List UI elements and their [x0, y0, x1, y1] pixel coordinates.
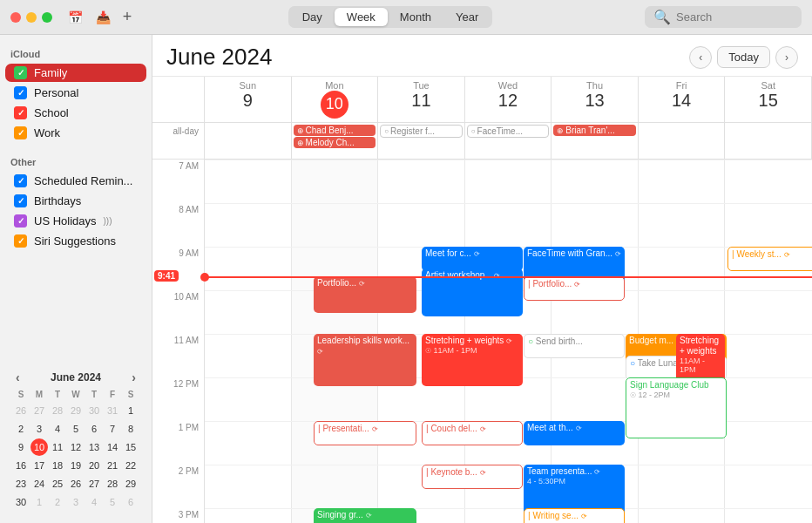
allday-event[interactable]: ⊕ Chad Benj... [294, 125, 376, 136]
mini-cal-day[interactable]: 11 [49, 438, 66, 456]
mini-cal-day[interactable]: 4 [85, 493, 103, 511]
event-sendbday-wed[interactable]: ○ Send birth... [524, 334, 625, 358]
add-event-button[interactable]: + [118, 9, 136, 26]
allday-event[interactable]: ○ Register f... [380, 125, 463, 138]
mini-cal-day[interactable]: 5 [67, 420, 85, 438]
event-meet-tue[interactable]: Meet for c... ⟳ [422, 247, 523, 271]
time-label-7am: 7 AM [152, 160, 205, 203]
main-layout: iCloud ✓ Family ✓ Personal ✓ School ✓ Wo… [0, 35, 812, 523]
time-grid-scroll[interactable]: 7 AM 8 AM 9 AM 10 AM 11 AM 12 PM 1 PM 2 … [152, 160, 812, 523]
event-keynote-tue[interactable]: | Keynote b... ⟳ [422, 465, 523, 489]
mini-cal-day[interactable]: 26 [12, 402, 30, 419]
week-day-fri[interactable]: Fri 14 [639, 77, 726, 122]
mini-cal-day[interactable]: 3 [30, 420, 48, 438]
close-button[interactable] [10, 12, 21, 23]
event-meetat-wed[interactable]: Meet at th... ⟳ [524, 421, 625, 445]
mini-cal-day[interactable]: 20 [85, 457, 103, 474]
week-day-thu[interactable]: Thu 13 [551, 77, 639, 122]
prev-week-button[interactable]: ‹ [689, 46, 712, 69]
event-presentation-mon[interactable]: | Presentati... ⟳ [314, 421, 416, 445]
mini-cal-header: ‹ June 2024 › [12, 370, 139, 384]
check-icon: ✓ [17, 176, 24, 186]
event-sign-thu[interactable]: Sign Language Club ☉ 12 - 2PM [626, 377, 727, 438]
mini-cal-day[interactable]: 19 [67, 457, 85, 474]
tab-week[interactable]: Week [335, 8, 388, 26]
mini-cal-day[interactable]: 2 [12, 420, 30, 438]
mini-cal-day[interactable]: 17 [30, 457, 48, 474]
mini-cal-day[interactable]: 13 [85, 438, 103, 456]
titlebar: 📅 📥 + Day Week Month Year 🔍 [0, 0, 812, 35]
minimize-button[interactable] [26, 12, 37, 23]
tab-year[interactable]: Year [443, 8, 491, 26]
mini-cal-day[interactable]: 3 [67, 493, 85, 511]
calendar-icon[interactable]: 📅 [66, 9, 84, 26]
mini-cal-day[interactable]: 12 [67, 438, 85, 456]
sidebar-item-siri[interactable]: ✓ Siri Suggestions [5, 232, 146, 250]
week-day-sun[interactable]: Sun 9 [205, 77, 292, 122]
mini-cal-day[interactable]: 28 [104, 475, 121, 492]
mini-cal-day[interactable]: 26 [67, 475, 85, 492]
mini-cal-day[interactable]: 14 [104, 438, 121, 456]
mini-cal-day[interactable]: 5 [104, 493, 121, 511]
mini-cal-day[interactable]: 24 [30, 475, 48, 492]
mini-cal-day[interactable]: 15 [122, 438, 139, 456]
mini-cal-day[interactable]: 7 [104, 420, 121, 438]
sidebar-item-reminders[interactable]: ✓ Scheduled Remin... [5, 172, 146, 190]
mini-cal-day[interactable]: 1 [122, 402, 139, 419]
week-day-wed[interactable]: Wed 12 [465, 77, 552, 122]
mini-cal-day[interactable]: 4 [49, 420, 66, 438]
mini-cal-day[interactable]: 18 [49, 457, 66, 474]
next-week-button[interactable]: › [775, 46, 798, 69]
allday-event[interactable]: ⊕ Melody Ch... [294, 137, 376, 148]
mini-cal-day[interactable]: 1 [30, 493, 48, 511]
event-stretching-tue[interactable]: Stretching + weights ⟳ ☉ 11AM - 1PM [422, 334, 523, 386]
mini-cal-day[interactable]: 6 [85, 420, 103, 438]
mini-cal-day[interactable]: 6 [122, 493, 139, 511]
event-leadership-mon[interactable]: Leadership skills work... ⟳ [314, 334, 416, 386]
mini-cal-day[interactable]: 9 [12, 438, 30, 456]
mini-cal-today[interactable]: 10 [30, 438, 48, 456]
mini-cal-day[interactable]: 23 [12, 475, 30, 492]
mini-cal-day[interactable]: 30 [85, 402, 103, 419]
search-input[interactable] [676, 10, 793, 24]
mini-cal-day[interactable]: 27 [30, 402, 48, 419]
event-couch-tue[interactable]: | Couch del... ⟳ [422, 421, 523, 445]
mini-cal-day[interactable]: 29 [67, 402, 85, 419]
mini-cal-next[interactable]: › [128, 370, 139, 384]
mini-cal-day[interactable]: 21 [104, 457, 121, 474]
sidebar-item-personal[interactable]: ✓ Personal [5, 84, 146, 102]
maximize-button[interactable] [42, 12, 52, 23]
week-day-sat[interactable]: Sat 15 [725, 77, 812, 122]
sidebar-item-birthdays[interactable]: ✓ Birthdays [5, 192, 146, 210]
mini-cal-prev[interactable]: ‹ [12, 370, 24, 384]
search-box[interactable]: 🔍 [645, 6, 802, 28]
sidebar-item-work[interactable]: ✓ Work [5, 124, 146, 142]
tab-day[interactable]: Day [290, 8, 335, 26]
tab-month[interactable]: Month [388, 8, 443, 26]
event-writing-wed[interactable]: | Writing se... ⟳ [524, 508, 625, 523]
inbox-icon[interactable]: 📥 [94, 9, 112, 26]
event-singing-mon[interactable]: Singing gr... ⟳ [314, 508, 416, 523]
mini-cal-day[interactable]: 27 [85, 475, 103, 492]
mini-cal-day[interactable]: 25 [49, 475, 66, 492]
mini-cal-day[interactable]: 22 [122, 457, 139, 474]
mini-cal-day[interactable]: 30 [12, 493, 30, 511]
mini-cal-day[interactable]: 2 [49, 493, 66, 511]
sidebar-label-reminders: Scheduled Remin... [34, 174, 132, 187]
allday-event[interactable]: ⊕ Brian Tran'... [553, 125, 636, 136]
sidebar-item-holidays[interactable]: ✓ US Holidays ))) [5, 212, 146, 230]
event-portfolio-mon[interactable]: Portfolio... ⟳ [314, 276, 416, 313]
sidebar-item-school[interactable]: ✓ School [5, 104, 146, 122]
week-day-mon[interactable]: Mon 10 [292, 77, 379, 122]
event-portfolio-wed[interactable]: | Portfolio... ⟳ [524, 276, 625, 301]
mini-cal-day[interactable]: 8 [122, 420, 139, 438]
today-button[interactable]: Today [717, 46, 770, 68]
mini-cal-day[interactable]: 29 [122, 475, 139, 492]
event-weekly-fri[interactable]: | Weekly st... ⟳ [727, 247, 812, 271]
mini-cal-day[interactable]: 28 [49, 402, 66, 419]
allday-event[interactable]: ○ FaceTime... [467, 125, 550, 138]
mini-cal-day[interactable]: 31 [104, 402, 121, 419]
sidebar-item-family[interactable]: ✓ Family [5, 64, 146, 82]
week-day-tue[interactable]: Tue 11 [378, 77, 465, 122]
mini-cal-day[interactable]: 16 [12, 457, 30, 474]
